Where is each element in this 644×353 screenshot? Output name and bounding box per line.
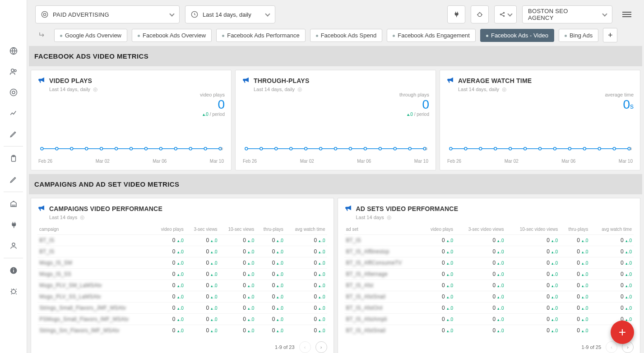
svg-point-18 [503, 15, 504, 16]
cell-value: 0 [547, 316, 550, 322]
nav-users-icon[interactable] [0, 61, 27, 82]
nav-bank-icon[interactable] [0, 194, 27, 215]
nav-globe-icon[interactable] [0, 41, 27, 61]
sparkline-chart: 0Feb 26Mar 02Mar 06Mar 10 [446, 124, 634, 165]
cell-change: .0 [550, 294, 558, 299]
tab-5[interactable]: Facebook Ads - Video [480, 29, 554, 42]
cell-change: .0 [176, 294, 184, 299]
svg-point-28 [174, 147, 177, 150]
tab-3[interactable]: Facebook Ads Spend [310, 29, 383, 42]
cell-value: 0 [243, 327, 246, 334]
adsets-panel: AD SETS VIDEO PERFORMANCE Last 14 days ◎… [338, 198, 641, 353]
cell-change: .0 [317, 294, 325, 299]
cell-value: 0 [547, 282, 550, 289]
adsets-subtitle: Last 14 days [356, 215, 384, 220]
nav-pencil-icon[interactable] [0, 124, 27, 144]
cell-value: 0 [577, 293, 580, 300]
svg-point-30 [204, 147, 207, 150]
nav-user-icon[interactable] [0, 235, 27, 256]
row-name: BT_IS [39, 248, 54, 255]
card-title: THROUGH-PLAYS [254, 77, 309, 84]
column-header: ad set [344, 224, 422, 235]
svg-point-24 [115, 147, 118, 150]
date-range-label: Last 14 days, daily [203, 11, 251, 18]
adsets-title: AD SETS VIDEO PERFORMANCE [356, 205, 459, 212]
cell-value: 0 [547, 293, 550, 300]
menu-button[interactable] [618, 5, 636, 23]
svg-point-16 [500, 14, 501, 15]
cell-change: .0 [275, 261, 283, 266]
tab-0[interactable]: Google Ads Overview [54, 29, 127, 42]
metric-card-2: AVERAGE WATCH TIMELast 14 days, daily◎av… [440, 70, 640, 170]
bullhorn-icon [446, 76, 454, 85]
date-range-selector[interactable]: Last 14 days, daily [185, 5, 275, 23]
tab-4[interactable]: Facebook Ads Engagement [387, 29, 476, 42]
adsets-pager-text: 1-9 of 25 [582, 344, 601, 350]
cell-value: 0 [442, 248, 445, 255]
bug-button[interactable] [471, 5, 489, 23]
cell-change: .0 [550, 261, 558, 266]
cell-value: 0 [442, 282, 445, 289]
svg-point-38 [320, 147, 322, 150]
cell-value: 0 [442, 293, 445, 300]
column-header: 3-sec video views [455, 224, 505, 235]
cell-value: 0 [172, 260, 176, 266]
chevron-down-icon [265, 11, 270, 16]
svg-text:0: 0 [630, 147, 632, 151]
campaigns-next-button[interactable]: › [315, 341, 327, 353]
campaigns-table: campaignvideo plays3-sec views10-sec vie… [37, 224, 327, 336]
cell-change: .0 [246, 294, 254, 299]
share-button[interactable] [494, 5, 517, 23]
svg-point-23 [100, 147, 103, 150]
cell-change: .0 [246, 249, 254, 254]
column-header: thru-plays [256, 224, 285, 235]
cell-change: .0 [624, 249, 632, 254]
cell-change: .0 [624, 294, 632, 299]
nav-plug-icon[interactable] [0, 215, 27, 235]
tabs-bar: Google Ads OverviewFacebook Ads Overview… [27, 27, 644, 46]
cell-change: .0 [209, 249, 217, 254]
tab-2[interactable]: Facebook Ads Performance [216, 29, 305, 42]
table-row: Strings_Small_Flavors_JMF_MSAtv0.00.00.0… [37, 303, 327, 314]
nav-chart-icon[interactable] [0, 103, 27, 124]
cell-change: .0 [624, 261, 632, 266]
campaigns-prev-button[interactable]: ‹ [299, 341, 311, 353]
row-name: Mogo_PLV_SM_LaMSAtv [39, 282, 102, 289]
report-selector-label: PAID ADVERTISING [53, 11, 109, 18]
nav-clipboard-icon[interactable] [0, 148, 27, 169]
target-icon: ◎ [80, 214, 84, 220]
plug-button[interactable] [447, 5, 465, 23]
tab-6[interactable]: Bing Ads [559, 29, 598, 42]
nav-target-icon[interactable] [0, 82, 27, 103]
cell-change: .0 [246, 283, 254, 288]
row-name: Mogo_IS_SS [39, 271, 71, 277]
svg-point-49 [479, 147, 482, 150]
cell-change: .0 [275, 317, 283, 322]
cell-value: 0 [547, 327, 550, 334]
svg-point-12 [42, 11, 47, 17]
svg-point-58 [613, 147, 616, 150]
nav-bug-icon[interactable] [0, 281, 27, 302]
report-selector[interactable]: PAID ADVERTISING [35, 5, 180, 23]
row-name: Strings_Small_Flavors_JMF_MSAtv [39, 305, 126, 311]
row-name: Mogo_PLV_SS_LaMSAtv [39, 293, 101, 300]
cell-change: .0 [550, 272, 558, 277]
agency-selector[interactable]: BOSTON SEO AGENCY [522, 5, 612, 23]
svg-point-50 [494, 147, 497, 150]
cell-change: .0 [246, 238, 254, 243]
card-subtitle: Last 14 days, daily [254, 87, 295, 92]
cell-change: .0 [317, 261, 325, 266]
cell-change: .0 [176, 261, 184, 266]
cell-change: .0 [550, 238, 558, 243]
add-fab-button[interactable]: + [611, 321, 634, 344]
cell-change: .0 [580, 249, 588, 254]
metric-card-1: THROUGH-PLAYSLast 14 days, daily◎through… [235, 70, 436, 170]
svg-text:0: 0 [221, 147, 223, 151]
adsets-prev-button[interactable]: ‹ [606, 341, 617, 353]
add-tab-button[interactable]: + [603, 28, 617, 42]
bullhorn-icon [37, 204, 46, 213]
cell-change: .0 [496, 294, 504, 299]
tab-1[interactable]: Facebook Ads Overview [132, 29, 212, 42]
nav-edit-icon[interactable] [0, 169, 27, 190]
nav-info-icon[interactable] [0, 260, 27, 281]
